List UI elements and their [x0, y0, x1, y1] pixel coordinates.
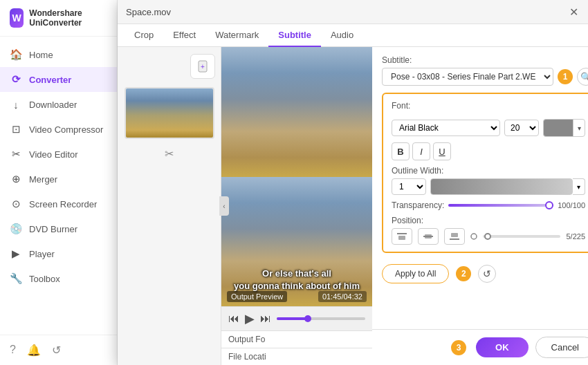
font-section: Font: Arial Black 20 ▾ — [382, 93, 588, 253]
video-thumbnail[interactable] — [125, 87, 214, 139]
editor-icon: ✂ — [10, 148, 22, 160]
outline-row: 1 ▾ — [392, 178, 585, 195]
sidebar-item-dvd-burner[interactable]: 💿 DVD Burner — [0, 216, 117, 241]
collapse-panel-button[interactable]: ‹ — [219, 196, 229, 216]
pos-top-btn[interactable] — [392, 228, 412, 245]
align-top-icon — [396, 232, 408, 241]
sidebar-item-home[interactable]: 🏠 Home — [0, 42, 117, 67]
pos-center-btn[interactable] — [418, 228, 439, 245]
sidebar-item-label: DVD Burner — [29, 224, 77, 234]
outline-section: Outline Width: 1 ▾ — [392, 166, 585, 195]
progress-fill — [277, 317, 308, 320]
transparency-row: Transparency: 100/100 — [392, 200, 585, 210]
tab-effect[interactable]: Effect — [163, 24, 205, 47]
svg-text:+: + — [201, 63, 205, 71]
bold-icon: B — [397, 147, 403, 157]
toolbox-icon: 🔧 — [10, 272, 22, 285]
logo-icon: W — [10, 8, 24, 28]
position-slider[interactable] — [483, 235, 560, 238]
outline-color-group: ▾ — [430, 178, 585, 195]
sidebar-item-label: Video Compressor — [29, 124, 103, 135]
italic-button[interactable]: I — [412, 142, 430, 160]
underline-button[interactable]: U — [433, 142, 451, 160]
sidebar: W Wondershare UniConverter 🏠 Home ⟳ Conv… — [0, 0, 118, 365]
close-button[interactable]: ✕ — [567, 6, 580, 18]
align-bottom-icon — [448, 232, 461, 241]
timecode-display: 01:45/04:32 — [318, 291, 367, 302]
output-format-label: Output Fo — [228, 335, 265, 344]
notification-icon[interactable]: 🔔 — [27, 344, 41, 357]
apply-to-all-button[interactable]: Apply to All — [382, 264, 449, 283]
outline-color-dropdown[interactable]: ▾ — [573, 178, 585, 195]
color-picker-group: ▾ — [543, 119, 585, 137]
sidebar-item-video-compressor[interactable]: ⊡ Video Compressor — [0, 117, 117, 142]
progress-bar[interactable] — [277, 317, 365, 320]
sidebar-item-player[interactable]: ▶ Player — [0, 241, 117, 266]
sidebar-item-toolbox[interactable]: 🔧 Toolbox — [0, 266, 117, 291]
output-preview-label: Output Preview — [227, 291, 287, 302]
app-name: Wondershare UniConverter — [29, 8, 107, 28]
dvd-icon: 💿 — [10, 223, 22, 235]
sidebar-item-screen-recorder[interactable]: ⊙ Screen Recorder — [0, 191, 117, 216]
bold-button[interactable]: B — [392, 142, 410, 160]
sidebar-nav: 🏠 Home ⟳ Converter ↓ Downloader ⊡ Video … — [0, 37, 117, 335]
sidebar-item-label: Video Editor — [29, 149, 78, 160]
svg-point-8 — [471, 234, 477, 239]
converter-sidebar: + ✂ ‹ — [118, 47, 221, 365]
subtitle-dropdown[interactable]: Pose - 03x08 - Series Finale Part 2.WE — [382, 68, 553, 86]
input-preview — [221, 47, 372, 177]
dialog-body: + ✂ ‹ Output Preview — [118, 47, 588, 365]
transparency-slider[interactable] — [448, 204, 553, 207]
rewind-button[interactable]: ⏮ — [228, 312, 239, 325]
subtitle-search-button[interactable]: 🔍 — [577, 68, 588, 86]
refresh-button[interactable]: ↺ — [478, 265, 496, 283]
help-icon[interactable]: ? — [10, 344, 16, 357]
home-icon: 🏠 — [10, 48, 22, 61]
progress-thumb — [304, 315, 311, 322]
cancel-button[interactable]: Cancel — [535, 337, 588, 358]
add-media-button[interactable]: + — [190, 54, 215, 79]
sidebar-item-label: Converter — [29, 75, 71, 85]
sidebar-item-label: Screen Recorder — [29, 199, 97, 209]
subtitle-line2: you gonna think about of him — [221, 280, 372, 292]
converter-icon: ⟳ — [10, 73, 22, 86]
sidebar-item-video-editor[interactable]: ✂ Video Editor — [0, 142, 117, 167]
tab-audio[interactable]: Audio — [321, 24, 363, 47]
sidebar-item-merger[interactable]: ⊕ Merger — [0, 167, 117, 191]
position-section: Position: — [392, 216, 585, 245]
subtitle-label: Subtitle: — [382, 55, 588, 65]
skip-button[interactable]: ⏭ — [260, 312, 271, 325]
sidebar-item-label: Toolbox — [29, 274, 60, 284]
subtitle-section: Subtitle: Pose - 03x08 - Series Finale P… — [382, 55, 588, 86]
subtitle-text-overlay: Or else that's all you gonna think about… — [221, 268, 372, 292]
outline-color-picker[interactable] — [430, 178, 573, 195]
sidebar-item-converter[interactable]: ⟳ Converter — [0, 67, 117, 92]
tab-watermark[interactable]: Watermark — [205, 24, 268, 47]
tab-crop[interactable]: Crop — [125, 24, 163, 47]
font-family-dropdown[interactable]: Arial Black — [392, 120, 500, 136]
font-color-picker[interactable] — [543, 119, 573, 137]
font-size-dropdown[interactable]: 20 — [504, 120, 539, 136]
merger-icon: ⊕ — [10, 173, 22, 185]
slider-thumb — [545, 201, 553, 209]
dialog-title: Space.mov — [126, 7, 171, 17]
ok-button[interactable]: OK — [476, 337, 529, 357]
sidebar-footer: ? 🔔 ↺ — [0, 335, 117, 365]
output-preview: Output Preview 01:45/04:32 Or else that'… — [221, 177, 372, 307]
svg-rect-2 — [397, 233, 407, 234]
color-dropdown-button[interactable]: ▾ — [573, 119, 585, 137]
refresh-icon[interactable]: ↺ — [52, 344, 61, 357]
tab-subtitle[interactable]: Subtitle — [268, 24, 321, 47]
scissors-icon[interactable]: ✂ — [162, 144, 176, 163]
position-thumb — [484, 233, 491, 240]
sidebar-item-label: Player — [29, 249, 55, 259]
left-panel: + ✂ ‹ Output Preview — [118, 47, 372, 365]
dialog-titlebar: Space.mov ✕ — [118, 0, 588, 24]
text-style-buttons: B I U — [392, 142, 585, 160]
pos-bottom-btn[interactable] — [444, 228, 465, 245]
position-dot-icon — [470, 233, 477, 240]
sidebar-item-label: Merger — [29, 174, 57, 185]
outline-width-dropdown[interactable]: 1 — [392, 178, 426, 195]
play-button[interactable]: ▶ — [245, 311, 255, 326]
sidebar-item-downloader[interactable]: ↓ Downloader — [0, 92, 117, 117]
